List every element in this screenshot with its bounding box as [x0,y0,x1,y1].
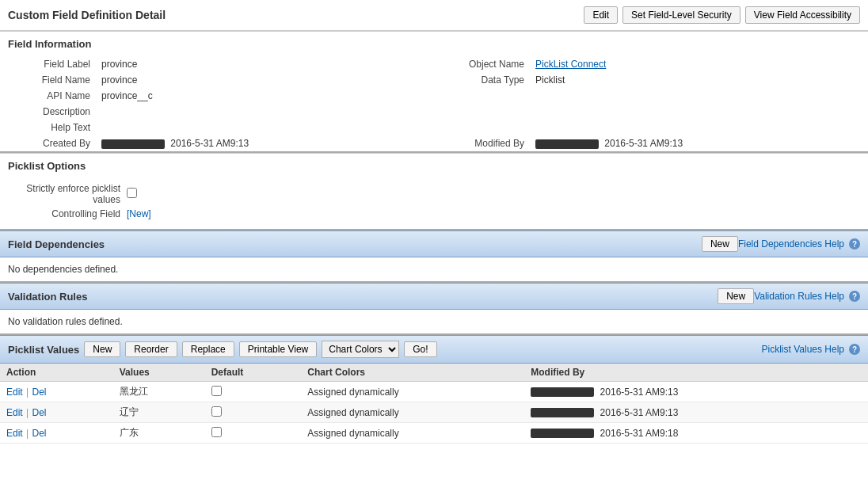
field-name-value: province [95,72,434,88]
validation-rules-help-link[interactable]: Validation Rules Help [754,291,844,302]
field-label-value: province [95,56,434,72]
chart-colors-cell: Assigned dynamically [301,423,524,444]
table-row: Help Text [0,120,868,135]
controlling-field-row: Controlling Field [New] [8,208,860,219]
set-field-security-button[interactable]: Set Field-Level Security [622,6,740,24]
description-label: Description [0,104,95,120]
validation-rules-header: Validation Rules New Validation Rules He… [0,283,868,310]
action-sep: | [24,428,32,439]
edit-link[interactable]: Edit [6,407,23,418]
modified-by-name [531,429,594,438]
picklist-values-title: Picklist Values [8,344,79,356]
picklist-values-header: Picklist Values New Reorder Replace Prin… [0,335,868,364]
picklist-values-section: Picklist Values New Reorder Replace Prin… [0,335,868,444]
table-row: Description [0,104,868,120]
field-label-label: Field Label [0,56,95,72]
field-info-table: Field Label province Object Name PickLis… [0,56,868,151]
created-by-name [101,139,165,149]
validation-rules-help-area: Validation Rules Help ? [754,291,860,302]
col-action: Action [0,364,113,382]
view-field-accessibility-button[interactable]: View Field Accessibility [745,6,860,24]
table-row: API Name province__c [0,88,868,104]
edit-button[interactable]: Edit [584,6,618,24]
edit-link[interactable]: Edit [6,428,23,439]
default-cell [205,402,302,423]
action-sep: | [24,407,32,418]
modified-by-cell: 2016-5-31 AM9:13 [524,382,868,402]
picklist-values-help-link[interactable]: Picklist Values Help [762,344,844,355]
picklist-values-tbody: Edit | Del黑龙江Assigned dynamically 2016-5… [0,382,868,444]
value-cell: 辽宁 [113,402,205,423]
object-name-label: Object Name [434,56,529,72]
field-dependencies-empty-msg: No dependencies defined. [8,264,118,275]
table-row: Created By 2016-5-31 AM9:13 Modified By … [0,135,868,151]
table-header-row: Action Values Default Chart Colors Modif… [0,364,868,382]
picklist-values-thead: Action Values Default Chart Colors Modif… [0,364,868,382]
field-dependencies-help-icon[interactable]: ? [849,238,860,250]
page-header: Custom Field Definition Detail Edit Set … [0,0,868,31]
del-link[interactable]: Del [32,407,46,418]
controlling-field-new-link[interactable]: [New] [127,208,151,219]
object-name-value: PickList Connect [529,56,868,72]
field-dependencies-body: No dependencies defined. [0,257,868,283]
validation-rules-section: Validation Rules New Validation Rules He… [0,283,868,335]
help-text-value [95,120,434,135]
strictly-enforce-label: Strictly enforce picklist values [8,183,127,205]
controlling-field-value: [New] [127,208,151,219]
default-checkbox[interactable] [211,386,222,396]
value-cell: 黑龙江 [113,382,205,402]
table-row: Edit | Del黑龙江Assigned dynamically 2016-5… [0,382,868,402]
del-link[interactable]: Del [32,428,46,439]
field-dependencies-help-area: Field Dependencies Help ? [738,238,860,250]
validation-rules-new-button[interactable]: New [718,288,754,304]
default-cell [205,382,302,402]
picklist-values-help-icon[interactable]: ? [849,344,860,355]
chart-colors-cell: Assigned dynamically [301,402,524,423]
default-checkbox[interactable] [211,406,222,417]
picklist-options-title: Picklist Options [0,153,868,178]
validation-rules-help-icon[interactable]: ? [849,291,860,302]
picklist-values-new-button[interactable]: New [84,341,120,357]
table-row: Edit | Del广东Assigned dynamically 2016-5-… [0,423,868,444]
go-button[interactable]: Go! [404,341,436,357]
modified-by-value: 2016-5-31 AM9:13 [529,135,868,151]
edit-link[interactable]: Edit [6,387,23,398]
field-dependencies-title: Field Dependencies [8,238,702,250]
col-chart-colors: Chart Colors [301,364,524,382]
table-row: Field Label province Object Name PickLis… [0,56,868,72]
value-cell: 广东 [113,423,205,444]
field-information-section: Field Information Field Label province O… [0,31,868,151]
api-name-label: API Name [0,88,95,104]
validation-rules-body: No validation rules defined. [0,310,868,335]
del-link[interactable]: Del [32,387,46,398]
action-cell: Edit | Del [0,402,113,423]
default-checkbox[interactable] [211,427,222,437]
chart-colors-select[interactable]: Chart Colors [322,341,399,358]
col-values: Values [113,364,205,382]
strictly-enforce-checkbox[interactable] [127,188,137,198]
strictly-enforce-checkbox-wrapper [127,188,137,200]
field-name-label: Field Name [0,72,95,88]
field-dependencies-new-button[interactable]: New [702,236,738,252]
picklist-values-replace-button[interactable]: Replace [182,341,234,357]
modified-by-label: Modified By [434,135,529,151]
created-by-label: Created By [0,135,95,151]
validation-rules-title: Validation Rules [8,291,718,303]
picklist-connect-link[interactable]: PickList Connect [535,59,606,70]
table-row: Edit | Del辽宁Assigned dynamically 2016-5-… [0,402,868,423]
field-information-title: Field Information [0,31,868,56]
picklist-options-section: Picklist Options Strictly enforce pickli… [0,153,868,229]
picklist-options-body: Strictly enforce picklist values Control… [0,178,868,229]
action-sep: | [24,387,32,398]
picklist-values-printable-button[interactable]: Printable View [239,341,318,357]
modified-by-name [535,139,599,149]
col-modified-by: Modified By [524,364,868,382]
picklist-values-reorder-button[interactable]: Reorder [125,341,177,357]
modified-by-name [531,387,594,397]
picklist-values-help-area: Picklist Values Help ? [762,344,860,355]
modified-by-name [531,408,594,417]
modified-by-cell: 2016-5-31 AM9:13 [524,402,868,423]
created-by-value: 2016-5-31 AM9:13 [95,135,434,151]
strictly-enforce-row: Strictly enforce picklist values [8,183,860,205]
field-dependencies-help-link[interactable]: Field Dependencies Help [738,238,844,250]
